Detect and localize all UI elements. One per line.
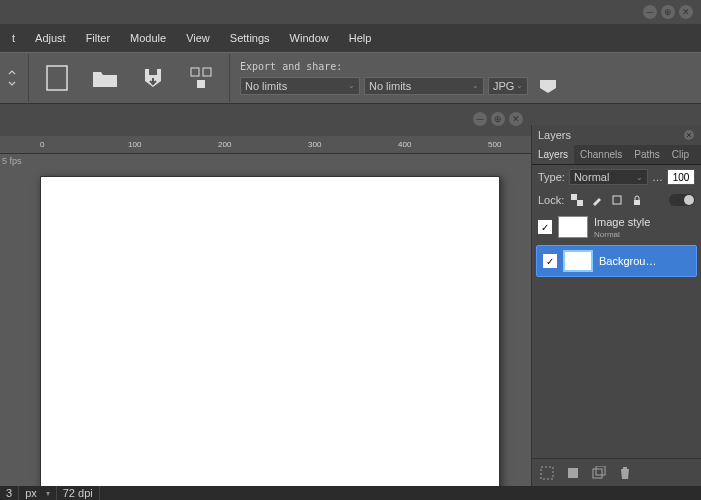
lock-brush-icon[interactable] (590, 193, 604, 207)
menu-filter[interactable]: Filter (76, 26, 120, 50)
tab-channels[interactable]: Channels (574, 145, 628, 164)
doc-maximize-icon[interactable]: ⊕ (491, 112, 505, 126)
arrange-icon[interactable] (179, 56, 223, 100)
more-icon[interactable]: … (652, 171, 663, 183)
export-format-dropdown[interactable]: JPG⌄ (488, 77, 528, 95)
export-button-icon[interactable] (534, 76, 562, 96)
tab-layers[interactable]: Layers (532, 145, 574, 164)
layer-toggle[interactable] (669, 194, 695, 206)
doc-close-icon[interactable]: ✕ (509, 112, 523, 126)
blend-type-row: Type: Normal⌄ … 100 (532, 165, 701, 189)
layer-name: Image style (594, 216, 650, 228)
menu-help[interactable]: Help (339, 26, 382, 50)
export-limit2-dropdown[interactable]: No limits⌄ (364, 77, 484, 95)
status-unit[interactable]: px▾ (19, 486, 57, 500)
svg-rect-5 (571, 194, 577, 200)
svg-rect-8 (634, 200, 640, 205)
menu-edit[interactable]: t (2, 26, 25, 50)
layers-panel: Layers Layers Channels Paths Clip Type: … (531, 125, 701, 486)
lock-row: Lock: (532, 189, 701, 211)
save-icon[interactable] (131, 56, 175, 100)
layer-visibility-checkbox[interactable]: ✓ (543, 254, 557, 268)
new-layer-icon[interactable] (566, 466, 580, 480)
svg-rect-11 (596, 466, 605, 475)
panel-close-icon[interactable] (683, 129, 695, 141)
workspace: ─ ⊕ ✕ 0 100 200 300 400 500 5 fps (0, 104, 531, 486)
panel-tabs: Layers Channels Paths Clip (532, 145, 701, 165)
layer-item-style[interactable]: ✓ Image style Normal (532, 211, 701, 243)
menu-module[interactable]: Module (120, 26, 176, 50)
layer-item-background[interactable]: ✓ Backgrou… (536, 245, 697, 277)
statusbar: 3 px▾ 72 dpi (0, 486, 701, 500)
tab-clip[interactable]: Clip (666, 145, 692, 164)
svg-rect-9 (541, 467, 553, 479)
close-icon[interactable]: ✕ (679, 5, 693, 19)
menubar: t Adjust Filter Module View Settings Win… (0, 24, 701, 52)
menu-settings[interactable]: Settings (220, 26, 280, 50)
lock-label: Lock: (538, 194, 564, 206)
svg-rect-2 (203, 68, 211, 76)
export-label: Export and share: (240, 61, 564, 72)
svg-rect-7 (613, 196, 621, 204)
fps-label: 5 fps (2, 156, 22, 166)
layer-thumbnail (558, 216, 588, 238)
duplicate-layer-icon[interactable] (592, 466, 606, 480)
menu-view[interactable]: View (176, 26, 220, 50)
document-window-controls: ─ ⊕ ✕ (473, 112, 523, 126)
selection-icon[interactable] (540, 466, 554, 480)
blend-mode-dropdown[interactable]: Normal⌄ (569, 169, 648, 185)
open-folder-icon[interactable] (83, 56, 127, 100)
svg-rect-0 (47, 66, 67, 90)
tab-paths[interactable]: Paths (628, 145, 666, 164)
svg-rect-1 (191, 68, 199, 76)
opacity-input[interactable]: 100 (667, 169, 695, 185)
new-file-icon[interactable] (35, 56, 79, 100)
layer-name: Backgrou… (599, 255, 656, 267)
layer-sublabel: Normal (594, 230, 650, 239)
toolbar: Export and share: No limits⌄ No limits⌄ … (0, 52, 701, 104)
export-section: Export and share: No limits⌄ No limits⌄ … (234, 59, 570, 98)
export-limit1-dropdown[interactable]: No limits⌄ (240, 77, 360, 95)
status-value: 3 (0, 486, 19, 500)
menu-adjust[interactable]: Adjust (25, 26, 76, 50)
window-controls: ─ ⊕ ✕ (643, 5, 693, 19)
lock-position-icon[interactable] (610, 193, 624, 207)
doc-minimize-icon[interactable]: ─ (473, 112, 487, 126)
menu-window[interactable]: Window (280, 26, 339, 50)
svg-rect-10 (593, 469, 602, 478)
maximize-icon[interactable]: ⊕ (661, 5, 675, 19)
panel-title-text: Layers (538, 129, 571, 141)
status-dpi: 72 dpi (57, 486, 100, 500)
layer-thumbnail (563, 250, 593, 272)
panel-title-bar: Layers (532, 125, 701, 145)
layer-visibility-checkbox[interactable]: ✓ (538, 220, 552, 234)
svg-rect-3 (197, 80, 205, 88)
lock-pixels-icon[interactable] (570, 193, 584, 207)
svg-rect-6 (577, 200, 583, 206)
canvas-area: 0 100 200 300 400 500 5 fps (0, 136, 531, 486)
ruler-horizontal: 0 100 200 300 400 500 (0, 136, 531, 154)
panel-footer (532, 458, 701, 486)
minimize-icon[interactable]: ─ (643, 5, 657, 19)
type-label: Type: (538, 171, 565, 183)
lock-all-icon[interactable] (630, 193, 644, 207)
canvas[interactable] (40, 176, 500, 486)
delete-layer-icon[interactable] (618, 466, 632, 480)
toolbar-collapse-icon[interactable] (2, 56, 22, 100)
